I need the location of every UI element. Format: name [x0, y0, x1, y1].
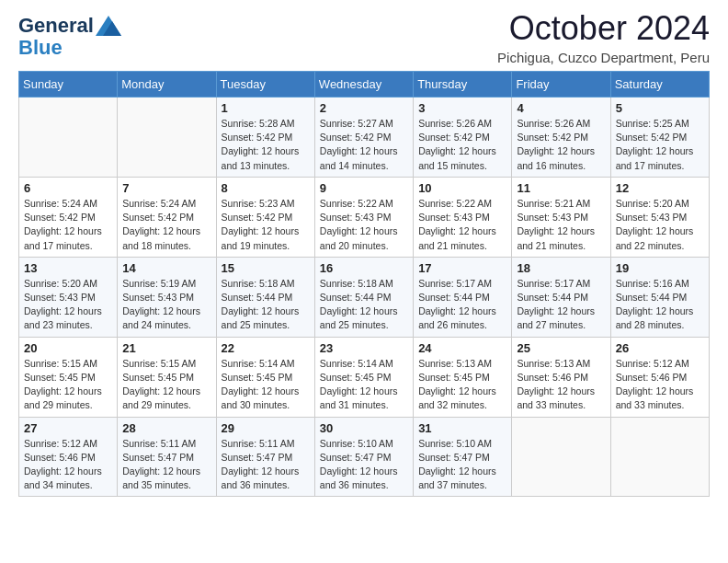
day-info: Sunrise: 5:20 AMSunset: 5:43 PMDaylight:… — [616, 198, 694, 251]
day-info: Sunrise: 5:13 AMSunset: 5:45 PMDaylight:… — [418, 358, 496, 411]
calendar-day-header: Sunday — [19, 72, 118, 98]
calendar-cell: 27 Sunrise: 5:12 AMSunset: 5:46 PMDaylig… — [19, 417, 118, 497]
day-info: Sunrise: 5:23 AMSunset: 5:42 PMDaylight:… — [222, 198, 300, 251]
calendar-week-row: 20 Sunrise: 5:15 AMSunset: 5:45 PMDaylig… — [19, 337, 710, 417]
day-number: 31 — [418, 421, 506, 435]
calendar-cell: 28 Sunrise: 5:11 AMSunset: 5:47 PMDaylig… — [118, 417, 216, 497]
day-info: Sunrise: 5:12 AMSunset: 5:46 PMDaylight:… — [616, 358, 694, 411]
calendar-cell: 9 Sunrise: 5:22 AMSunset: 5:43 PMDayligh… — [314, 177, 413, 257]
calendar-cell: 23 Sunrise: 5:14 AMSunset: 5:45 PMDaylig… — [314, 337, 413, 417]
day-info: Sunrise: 5:20 AMSunset: 5:43 PMDaylight:… — [24, 278, 102, 331]
day-info: Sunrise: 5:17 AMSunset: 5:44 PMDaylight:… — [517, 278, 595, 331]
day-number: 6 — [24, 181, 112, 195]
day-info: Sunrise: 5:24 AMSunset: 5:42 PMDaylight:… — [24, 198, 102, 251]
day-number: 28 — [122, 421, 210, 435]
day-info: Sunrise: 5:22 AMSunset: 5:43 PMDaylight:… — [418, 198, 496, 251]
calendar-cell: 22 Sunrise: 5:14 AMSunset: 5:45 PMDaylig… — [216, 337, 314, 417]
day-info: Sunrise: 5:14 AMSunset: 5:45 PMDaylight:… — [222, 358, 300, 411]
calendar-cell: 12 Sunrise: 5:20 AMSunset: 5:43 PMDaylig… — [610, 177, 709, 257]
calendar-cell: 29 Sunrise: 5:11 AMSunset: 5:47 PMDaylig… — [216, 417, 314, 497]
day-info: Sunrise: 5:10 AMSunset: 5:47 PMDaylight:… — [320, 438, 398, 491]
day-number: 21 — [122, 341, 210, 355]
calendar-week-row: 27 Sunrise: 5:12 AMSunset: 5:46 PMDaylig… — [19, 417, 710, 497]
calendar-week-row: 6 Sunrise: 5:24 AMSunset: 5:42 PMDayligh… — [19, 177, 710, 257]
calendar-cell: 30 Sunrise: 5:10 AMSunset: 5:47 PMDaylig… — [314, 417, 413, 497]
location: Pichigua, Cuzco Department, Peru — [497, 50, 710, 65]
day-info: Sunrise: 5:21 AMSunset: 5:43 PMDaylight:… — [517, 198, 595, 251]
calendar-cell: 19 Sunrise: 5:16 AMSunset: 5:44 PMDaylig… — [610, 257, 709, 337]
calendar-cell: 16 Sunrise: 5:18 AMSunset: 5:44 PMDaylig… — [314, 257, 413, 337]
day-number: 25 — [517, 341, 605, 355]
day-info: Sunrise: 5:24 AMSunset: 5:42 PMDaylight:… — [122, 198, 200, 251]
calendar-cell: 6 Sunrise: 5:24 AMSunset: 5:42 PMDayligh… — [19, 177, 118, 257]
calendar-cell: 15 Sunrise: 5:18 AMSunset: 5:44 PMDaylig… — [216, 257, 314, 337]
day-number: 9 — [320, 181, 408, 195]
day-number: 22 — [222, 341, 310, 355]
logo-text: General — [18, 15, 94, 37]
day-number: 4 — [517, 101, 605, 115]
day-number: 15 — [222, 261, 310, 275]
day-info: Sunrise: 5:27 AMSunset: 5:42 PMDaylight:… — [320, 118, 398, 171]
day-number: 3 — [418, 101, 506, 115]
calendar-day-header: Wednesday — [314, 72, 413, 98]
day-info: Sunrise: 5:19 AMSunset: 5:43 PMDaylight:… — [122, 278, 200, 331]
day-number: 17 — [418, 261, 506, 275]
calendar-cell: 25 Sunrise: 5:13 AMSunset: 5:46 PMDaylig… — [512, 337, 610, 417]
day-info: Sunrise: 5:17 AMSunset: 5:44 PMDaylight:… — [418, 278, 496, 331]
calendar-cell — [118, 98, 216, 178]
calendar-cell: 31 Sunrise: 5:10 AMSunset: 5:47 PMDaylig… — [414, 417, 512, 497]
calendar-week-row: 13 Sunrise: 5:20 AMSunset: 5:43 PMDaylig… — [19, 257, 710, 337]
day-number: 24 — [418, 341, 506, 355]
calendar-cell: 5 Sunrise: 5:25 AMSunset: 5:42 PMDayligh… — [610, 98, 709, 178]
calendar-cell: 26 Sunrise: 5:12 AMSunset: 5:46 PMDaylig… — [610, 337, 709, 417]
day-number: 11 — [517, 181, 605, 195]
day-number: 26 — [616, 341, 704, 355]
calendar-cell: 20 Sunrise: 5:15 AMSunset: 5:45 PMDaylig… — [19, 337, 118, 417]
day-number: 8 — [222, 181, 310, 195]
calendar-cell — [512, 417, 610, 497]
calendar-cell: 3 Sunrise: 5:26 AMSunset: 5:42 PMDayligh… — [414, 98, 512, 178]
day-info: Sunrise: 5:16 AMSunset: 5:44 PMDaylight:… — [616, 278, 694, 331]
calendar-day-header: Thursday — [414, 72, 512, 98]
day-number: 14 — [122, 261, 210, 275]
calendar-cell: 10 Sunrise: 5:22 AMSunset: 5:43 PMDaylig… — [414, 177, 512, 257]
calendar-day-header: Monday — [118, 72, 216, 98]
calendar-week-row: 1 Sunrise: 5:28 AMSunset: 5:42 PMDayligh… — [19, 98, 710, 178]
day-number: 27 — [24, 421, 112, 435]
day-number: 12 — [616, 181, 704, 195]
day-info: Sunrise: 5:12 AMSunset: 5:46 PMDaylight:… — [24, 438, 102, 491]
day-number: 2 — [320, 101, 408, 115]
calendar-day-header: Friday — [512, 72, 610, 98]
page-header: General Blue October 2024 Pichigua, Cuzc… — [18, 9, 710, 65]
calendar-cell: 14 Sunrise: 5:19 AMSunset: 5:43 PMDaylig… — [118, 257, 216, 337]
calendar-cell: 1 Sunrise: 5:28 AMSunset: 5:42 PMDayligh… — [216, 98, 314, 178]
title-block: October 2024 Pichigua, Cuzco Department,… — [497, 9, 710, 65]
calendar-cell: 24 Sunrise: 5:13 AMSunset: 5:45 PMDaylig… — [414, 337, 512, 417]
logo-blue-text: Blue — [18, 36, 63, 59]
calendar-day-header: Saturday — [610, 72, 709, 98]
day-number: 23 — [320, 341, 408, 355]
day-info: Sunrise: 5:14 AMSunset: 5:45 PMDaylight:… — [320, 358, 398, 411]
logo-icon — [96, 16, 121, 36]
calendar-cell: 4 Sunrise: 5:26 AMSunset: 5:42 PMDayligh… — [512, 98, 610, 178]
day-number: 1 — [222, 101, 310, 115]
calendar-header-row: SundayMondayTuesdayWednesdayThursdayFrid… — [19, 72, 710, 98]
day-number: 20 — [24, 341, 112, 355]
day-info: Sunrise: 5:18 AMSunset: 5:44 PMDaylight:… — [320, 278, 398, 331]
day-number: 10 — [418, 181, 506, 195]
calendar-cell: 17 Sunrise: 5:17 AMSunset: 5:44 PMDaylig… — [414, 257, 512, 337]
day-info: Sunrise: 5:15 AMSunset: 5:45 PMDaylight:… — [24, 358, 102, 411]
day-number: 30 — [320, 421, 408, 435]
day-info: Sunrise: 5:26 AMSunset: 5:42 PMDaylight:… — [418, 118, 496, 171]
day-number: 19 — [616, 261, 704, 275]
day-info: Sunrise: 5:13 AMSunset: 5:46 PMDaylight:… — [517, 358, 595, 411]
month-year: October 2024 — [497, 9, 710, 48]
calendar-cell: 8 Sunrise: 5:23 AMSunset: 5:42 PMDayligh… — [216, 177, 314, 257]
calendar-cell: 11 Sunrise: 5:21 AMSunset: 5:43 PMDaylig… — [512, 177, 610, 257]
logo: General Blue — [18, 15, 121, 59]
day-info: Sunrise: 5:11 AMSunset: 5:47 PMDaylight:… — [122, 438, 200, 491]
calendar-cell — [19, 98, 118, 178]
day-info: Sunrise: 5:26 AMSunset: 5:42 PMDaylight:… — [517, 118, 595, 171]
day-number: 13 — [24, 261, 112, 275]
day-info: Sunrise: 5:22 AMSunset: 5:43 PMDaylight:… — [320, 198, 398, 251]
